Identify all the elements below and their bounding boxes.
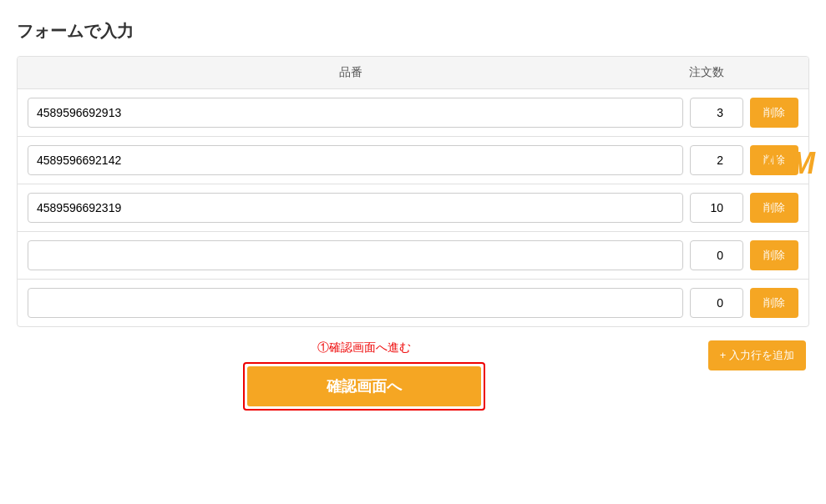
delete-button-1[interactable]: 削除 — [750, 98, 798, 128]
delete-button-5[interactable]: 削除 — [750, 288, 798, 318]
quantity-input-2[interactable] — [690, 145, 743, 175]
confirm-button[interactable]: 確認画面へ — [247, 366, 481, 406]
table-header: 品番 注文数 — [18, 57, 808, 89]
form-container: 品番 注文数 削除 削除 削除 削除 削除 — [17, 56, 809, 327]
table-row: 削除 — [18, 137, 808, 184]
product-input-4[interactable] — [28, 240, 683, 270]
delete-button-3[interactable]: 削除 — [750, 193, 798, 223]
page-title: フォームで入力 — [17, 20, 809, 43]
product-input-3[interactable] — [28, 193, 683, 223]
delete-button-4[interactable]: 削除 — [750, 240, 798, 270]
product-input-5[interactable] — [28, 288, 683, 318]
header-product: 品番 — [28, 65, 673, 80]
product-input-2[interactable] — [28, 145, 683, 175]
table-row: 削除 — [18, 184, 808, 232]
confirm-button-wrapper: 確認画面へ — [243, 362, 485, 411]
table-row: 削除 — [18, 232, 808, 280]
add-row-button[interactable]: + 入力行を追加 — [708, 340, 806, 370]
footer-area: ①確認画面へ進む 確認画面へ + 入力行を追加 — [17, 340, 809, 411]
quantity-input-1[interactable] — [690, 98, 743, 128]
table-row: 削除 — [18, 280, 808, 326]
product-input-1[interactable] — [28, 98, 683, 128]
header-action — [740, 65, 798, 80]
quantity-input-3[interactable] — [690, 193, 743, 223]
aim-logo: AiM — [760, 146, 815, 181]
confirm-area: ①確認画面へ進む 確認画面へ — [20, 340, 708, 411]
quantity-input-5[interactable] — [690, 288, 743, 318]
header-quantity: 注文数 — [673, 65, 740, 80]
quantity-input-4[interactable] — [690, 240, 743, 270]
table-row: 削除 — [18, 89, 808, 137]
confirm-hint: ①確認画面へ進む — [317, 340, 411, 355]
